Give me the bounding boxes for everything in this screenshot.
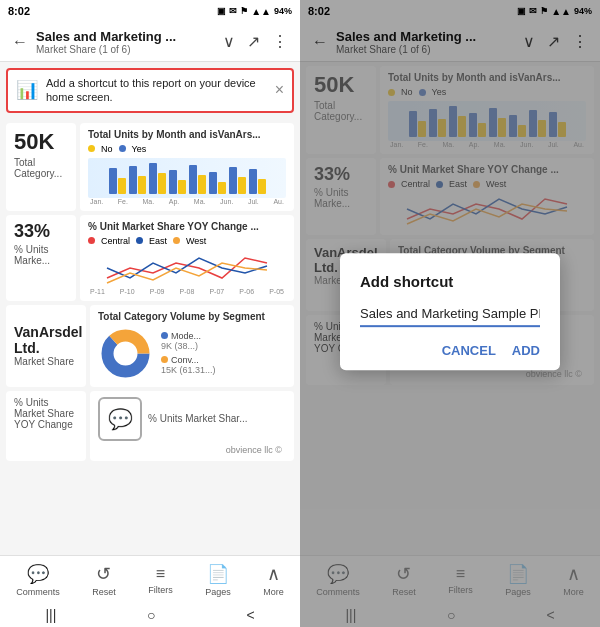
left-flag-icon: ⚑ (240, 6, 248, 16)
left-back-button[interactable]: ← (8, 31, 32, 53)
svg-rect-10 (209, 172, 217, 194)
left-report-subtitle: Market Share (1 of 6) (36, 44, 215, 55)
bar-chart-title: Total Units by Month and isVanArs... (88, 129, 286, 140)
left-report-title: Sales and Marketing ... (36, 29, 215, 44)
svg-rect-4 (149, 163, 157, 194)
filters-icon: ≡ (156, 565, 165, 583)
left-battery-icon: 94% (274, 6, 292, 16)
left-expand-icon[interactable]: ↗ (243, 30, 264, 53)
donut-legend: Mode... 9K (38...) Conv... 15K (61.31...… (161, 331, 216, 375)
right-phone-panel: 8:02 ▣ ✉ ⚑ ▲▲ 94% ← Sales and Marketing … (300, 0, 600, 627)
left-status-bar: 8:02 ▣ ✉ ⚑ ▲▲ 94% (0, 0, 300, 22)
left-back-nav-icon[interactable]: < (246, 607, 254, 623)
total-units-kpi: 50K Total Category... (6, 123, 76, 211)
svg-rect-3 (138, 176, 146, 194)
footer-reset[interactable]: ↺ Reset (92, 563, 116, 597)
row2: 33% % Units Marke... % Unit Market Share… (6, 215, 294, 301)
left-dropdown-icon[interactable]: ∨ (219, 30, 239, 53)
left-title-area: Sales and Marketing ... Market Share (1 … (36, 29, 215, 55)
west-label: West (186, 236, 206, 246)
reset-label: Reset (92, 587, 116, 597)
cancel-button[interactable]: CANCEL (442, 343, 496, 358)
mode-value: 9K (38...) (161, 341, 216, 351)
svg-rect-11 (218, 182, 226, 194)
row4: % Units Market Share YOY Change 💬 % Unit… (6, 391, 294, 461)
notification-text: Add a shortcut to this report on your de… (46, 76, 267, 105)
no-label: No (101, 144, 113, 154)
yes-dot (119, 145, 126, 152)
svg-rect-14 (249, 169, 257, 194)
left-home-icon[interactable]: ○ (147, 607, 155, 623)
left-footer-bar: 💬 Comments ↺ Reset ≡ Filters 📄 Pages ∧ M… (0, 555, 300, 603)
svg-rect-7 (178, 180, 186, 194)
line-chart-legend: Central East West (88, 236, 286, 246)
left-mail-icon: ✉ (229, 6, 237, 16)
svg-rect-1 (118, 178, 126, 194)
no-dot (88, 145, 95, 152)
pct-change-label: % Units Market Share YOY Change (14, 397, 74, 430)
footer-filters[interactable]: ≡ Filters (148, 565, 173, 595)
pages-label: Pages (205, 587, 231, 597)
bar-chart-legend: No Yes (88, 144, 286, 154)
kpi-value: 50K (14, 129, 68, 155)
left-signal-icon: ▣ (217, 6, 226, 16)
svg-rect-0 (109, 168, 117, 194)
filters-label: Filters (148, 585, 173, 595)
svg-rect-9 (198, 175, 206, 194)
obvience-text: obvience llc © (98, 445, 286, 455)
pct-kpi-label: % Units Marke... (14, 244, 68, 266)
bar-chart-svg (88, 158, 286, 196)
left-recent-apps-icon[interactable]: ||| (45, 607, 56, 623)
row1: 50K Total Category... Total Units by Mon… (6, 123, 294, 211)
footer-comments[interactable]: 💬 Comments (16, 563, 60, 597)
footer-pages[interactable]: 📄 Pages (205, 563, 231, 597)
central-label: Central (101, 236, 130, 246)
svg-point-18 (116, 343, 136, 363)
more-icon: ∧ (267, 563, 280, 585)
pages-icon: 📄 (207, 563, 229, 585)
central-dot (88, 237, 95, 244)
add-shortcut-dialog: Add shortcut CANCEL ADD (340, 253, 560, 370)
company-tile: VanArsdel Ltd. Market Share (6, 305, 86, 387)
donut-tile: Total Category Volume by Segment Mode...… (90, 305, 294, 387)
east-label: East (149, 236, 167, 246)
reset-icon: ↺ (96, 563, 111, 585)
shortcut-name-input[interactable] (360, 302, 540, 327)
bar-chart-visual (88, 158, 286, 198)
add-button[interactable]: ADD (512, 343, 540, 358)
notification-banner: 📊 Add a shortcut to this report on your … (6, 68, 294, 113)
comments-icon: 💬 (27, 563, 49, 585)
svg-rect-8 (189, 165, 197, 194)
svg-rect-5 (158, 173, 166, 194)
bottom-right-tile: 💬 % Units Market Shar... obvience llc © (90, 391, 294, 461)
conv-dot (161, 356, 168, 363)
dialog-title: Add shortcut (360, 273, 540, 290)
svg-rect-12 (229, 167, 237, 194)
shortcut-icon: 📊 (16, 79, 38, 101)
yes-label: Yes (132, 144, 147, 154)
speech-bubble-icon: 💬 (98, 397, 142, 441)
notification-close-button[interactable]: × (275, 81, 284, 99)
left-top-nav: ← Sales and Marketing ... Market Share (… (0, 22, 300, 62)
svg-rect-6 (169, 170, 177, 194)
bar-chart-labels: Jan. Fe. Ma. Ap. Ma. Jun. Jul. Au. (88, 198, 286, 205)
donut-container: Mode... 9K (38...) Conv... 15K (61.31...… (98, 326, 286, 381)
footer-more[interactable]: ∧ More (263, 563, 284, 597)
left-more-icon[interactable]: ⋮ (268, 30, 292, 53)
left-phone-panel: 8:02 ▣ ✉ ⚑ ▲▲ 94% ← Sales and Marketing … (0, 0, 300, 627)
left-android-nav: ||| ○ < (0, 603, 300, 627)
pct-kpi-tile: 33% % Units Marke... (6, 215, 76, 301)
svg-rect-13 (238, 177, 246, 194)
mode-dot (161, 332, 168, 339)
pct-kpi-value: 33% (14, 221, 68, 242)
pct-change-tile: % Units Market Share YOY Change (6, 391, 86, 461)
line-chart-title: % Unit Market Share YOY Change ... (88, 221, 286, 232)
west-dot (173, 237, 180, 244)
line-chart-tile: % Unit Market Share YOY Change ... Centr… (80, 215, 294, 301)
line-chart-visual (88, 248, 286, 288)
donut-title: Total Category Volume by Segment (98, 311, 286, 322)
line-chart-svg (88, 248, 286, 288)
svg-rect-2 (129, 166, 137, 194)
east-dot (136, 237, 143, 244)
donut-chart-svg (98, 326, 153, 381)
